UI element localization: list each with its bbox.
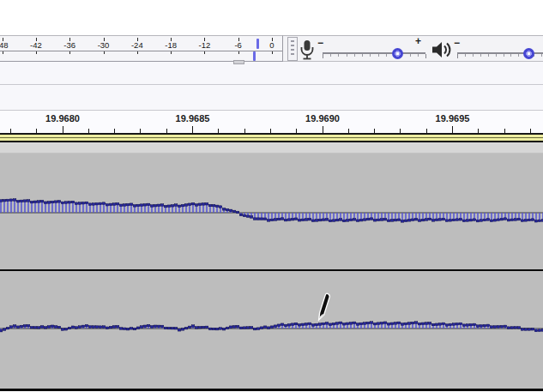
meter-scale-label: -48 [0, 40, 8, 50]
timeline-time-label: 19.9695 [436, 113, 470, 124]
record-slider-plus: + [415, 37, 421, 45]
recording-meter[interactable]: -48-42-36-30-24-18-12-60 [0, 35, 283, 62]
timeline-minor-tick [504, 129, 505, 133]
slider-tick [473, 54, 474, 57]
timeline-minor-tick [426, 129, 427, 133]
slider-tick [504, 54, 504, 57]
track-channel-left[interactable] [0, 154, 543, 269]
timeline-time-label: 19.9685 [176, 113, 210, 124]
timeline-minor-tick [348, 129, 349, 133]
meter-scale-label: -6 [234, 40, 241, 50]
slider-tick [330, 54, 331, 57]
track-top-band [0, 142, 543, 154]
meter-scale-label: -42 [30, 40, 42, 50]
slider-tick [496, 54, 497, 57]
meter-scale-label: -36 [63, 40, 75, 50]
audacity-window: -48-42-36-30-24-18-12-60 − + − 19.968019… [0, 0, 543, 392]
slider-tick [488, 54, 489, 57]
draw-tool-pencil-cursor [315, 292, 334, 322]
record-slider-thumb[interactable] [392, 48, 403, 59]
slider-tick [338, 54, 339, 57]
slider-tick [465, 54, 466, 57]
meter-scale-label: 0 [269, 40, 274, 50]
timeline-minor-tick [478, 129, 479, 133]
timeline-major-tick [323, 126, 323, 133]
timeline-minor-tick [218, 129, 219, 133]
track-channel-right[interactable] [0, 271, 543, 389]
timeline-major-tick [452, 126, 453, 133]
timeline-time-label: 19.9680 [45, 113, 80, 124]
timeline-time-label: 19.9690 [305, 113, 340, 124]
timeline-minor-tick [374, 129, 375, 133]
playback-slider-minus: − [454, 39, 460, 47]
meter-peak-indicator-left [256, 39, 259, 49]
timeline-ruler[interactable]: 19.968019.968519.969019.9695 [0, 111, 543, 134]
timeline-minor-tick [244, 129, 245, 133]
meter-scale-baseline [0, 51, 283, 51]
meter-scale-label: -18 [165, 40, 177, 50]
meter-scale-label: -24 [131, 40, 143, 50]
slider-tick [418, 54, 419, 57]
timeline-minor-tick [296, 129, 297, 133]
slider-tick [541, 54, 542, 57]
slider-tick [378, 54, 379, 57]
timeline-minor-tick [166, 129, 167, 133]
meter-peak-indicator-right [253, 51, 256, 61]
slider-tick [354, 54, 355, 57]
slider-tick [410, 54, 411, 57]
slider-tick [370, 54, 371, 57]
grabber-dots [291, 40, 294, 57]
slider-tick [386, 54, 387, 57]
slider-tick [518, 54, 519, 57]
timeline-minor-tick [114, 129, 115, 133]
timeline-minor-tick [400, 129, 401, 133]
slider-tick [480, 54, 481, 57]
slider-tick [347, 54, 347, 57]
slider-tick [510, 54, 511, 57]
timeline-major-tick [63, 126, 63, 133]
slider-tick [323, 54, 323, 58]
timeline-minor-tick [36, 129, 37, 133]
timeline-minor-tick [270, 129, 271, 133]
empty-toolbar-dock-row-2 [0, 85, 543, 111]
record-slider-minus: − [317, 39, 323, 47]
empty-toolbar-dock-row [0, 62, 543, 85]
playback-slider-thumb[interactable] [523, 48, 534, 59]
track-bottom-border [0, 389, 543, 391]
mixer-toolbar-grabber[interactable] [287, 37, 298, 61]
timeline-minor-tick [530, 129, 531, 133]
meter-scale-label: -30 [98, 40, 110, 50]
timeline-minor-tick [10, 129, 11, 133]
meter-scale-label: -12 [199, 40, 211, 50]
clip-top-edge [0, 134, 543, 142]
microphone-icon [299, 39, 316, 61]
slider-tick [425, 54, 426, 58]
speaker-icon [431, 39, 453, 60]
slider-tick [362, 54, 363, 57]
slider-tick [457, 54, 458, 58]
timeline-minor-tick [88, 129, 89, 133]
timeline-minor-tick [140, 129, 141, 133]
timeline-major-tick [192, 126, 193, 133]
meter-resize-gripper[interactable] [233, 60, 244, 64]
